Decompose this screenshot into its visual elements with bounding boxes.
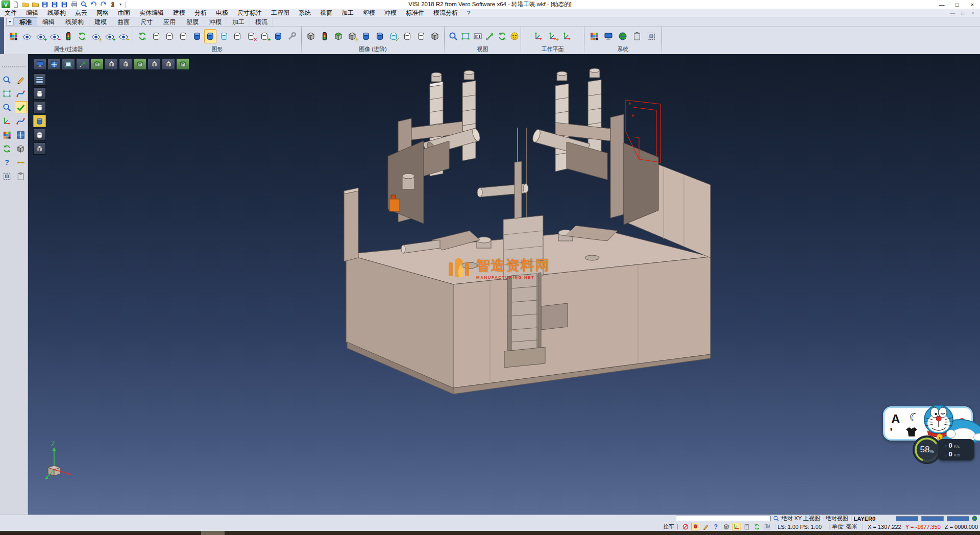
menu-machining[interactable]: 加工 [337,9,358,17]
tab-machining[interactable]: 加工 [227,18,250,26]
active-layer-label[interactable]: LAYER0 [854,516,875,522]
display-mode-icon[interactable] [33,58,46,70]
image-validate-icon[interactable]: ✓ [387,29,400,43]
redo-icon[interactable] [99,1,107,8]
system-colors-icon[interactable] [587,29,601,43]
menu-mesh[interactable]: 网格 [92,9,113,17]
style-hidden-icon[interactable] [33,101,46,113]
plane-view-icon[interactable] [62,58,75,70]
no-entry-status-icon[interactable] [681,523,690,530]
open-file-icon[interactable] [21,1,30,8]
ucs-axes-icon[interactable] [1,115,13,127]
image-hatch-icon[interactable] [414,29,427,43]
zoom-extents-icon[interactable] [460,29,471,43]
menu-flow-analysis[interactable]: 模流分析 [429,9,462,17]
globe-status-icon[interactable] [971,515,978,522]
regen-graphics-icon[interactable] [136,29,149,43]
snap-point-icon[interactable] [722,523,731,530]
regen-icon[interactable] [1,142,13,155]
image-cube-tools-icon[interactable] [305,29,317,43]
spline-edit-icon[interactable] [15,115,27,127]
hide-remove-icon[interactable]: − [48,29,61,43]
layer-color-bar-2[interactable] [921,516,944,521]
tab-flow[interactable]: 模流 [250,18,273,26]
image-solid-icon[interactable] [428,29,441,43]
ime-mode-letter[interactable]: A [891,412,900,426]
style-hatched-icon[interactable] [33,142,46,155]
menu-mould[interactable]: 塑模 [358,9,380,17]
rotate-view-icon[interactable] [497,29,508,43]
side-view-icon[interactable] [119,58,132,70]
units-label[interactable]: 单位: 毫米 [832,523,857,530]
menu-analysis[interactable]: 分析 [190,9,211,17]
bottom-view-icon[interactable] [162,58,175,70]
command-search-input[interactable] [676,516,771,521]
snap-lock-label[interactable]: 拴牢 [664,523,675,530]
shaded-style-icon[interactable] [190,29,203,43]
network-speed-widget[interactable]: ↑ 0 K/s ↓ 0 K/s [938,439,974,460]
scale-label[interactable]: LS: 1.00 PS: 1.00 [778,524,822,530]
workplane-create-icon[interactable] [532,29,545,43]
image-refresh-icon[interactable] [332,29,345,43]
validate-check-icon[interactable] [15,101,27,113]
wireframe-style-icon[interactable] [150,29,163,43]
print-preview-icon[interactable] [80,1,88,8]
restore-button[interactable]: □ [949,0,965,9]
dynamic-view-icon[interactable] [176,58,189,70]
menu-dimension[interactable]: 尺寸标注 [233,9,266,17]
open-project-icon[interactable] [31,1,39,8]
refresh-visibility-icon[interactable] [76,29,88,43]
grid-window-icon[interactable] [763,523,772,530]
menu-surface[interactable]: 曲面 [113,9,135,17]
menu-wireframe[interactable]: 线架构 [43,9,70,17]
workplane-align-icon[interactable] [560,29,574,43]
top-view-icon[interactable] [90,58,104,70]
select-frame-icon[interactable] [1,87,13,100]
update-graphics-icon[interactable] [272,29,285,43]
tab-modeling[interactable]: 建模 [89,18,112,26]
layer-stack-icon[interactable] [742,523,751,530]
view-face-icon[interactable] [509,29,520,43]
materials-icon[interactable] [1,129,13,141]
menu-system[interactable]: 系统 [294,9,315,17]
edit-tools-icon[interactable] [15,74,27,86]
stamp-icon[interactable] [109,1,117,8]
clipboard-icon[interactable] [15,170,27,182]
toolbox-drag-handle[interactable] [2,66,26,69]
menu-standard-parts[interactable]: 标准件 [401,9,429,17]
zoom-one-to-one-icon[interactable] [472,29,483,43]
style-wireframe-icon[interactable] [33,87,46,100]
show-add-icon[interactable]: + [35,29,47,43]
transparent-style-icon[interactable] [217,29,230,43]
taskbar-active-app[interactable] [201,531,225,535]
close-button[interactable]: × [965,0,980,9]
solid-cube-icon[interactable] [15,142,27,155]
style-shaded-icon-active[interactable] [33,115,46,127]
system-settings-icon[interactable] [616,29,629,43]
filter-traffic-icon[interactable] [62,29,75,43]
dimension-icon[interactable] [15,156,27,168]
show-all-icon[interactable]: + [103,29,116,43]
image-shaded2-icon[interactable] [374,29,386,43]
menu-modeling[interactable]: 建模 [168,9,190,17]
taskbar-sliver[interactable] [0,531,980,535]
menu-help[interactable]: ? [462,9,475,17]
image-flag-icon[interactable] [401,29,413,43]
mdi-close-button[interactable]: × [968,10,978,17]
menu-edit[interactable]: 编辑 [21,9,43,17]
refresh-status-icon[interactable] [752,523,762,530]
tab-dimension[interactable]: 尺寸 [135,18,158,26]
copy-graphics-icon[interactable]: + [258,29,271,43]
hide-all-icon[interactable]: − [117,29,130,43]
toggle-visibility-icon[interactable]: ± [89,29,102,43]
split-view-icon[interactable] [47,58,61,70]
image-shaded-icon[interactable] [360,29,373,43]
tab-die[interactable]: 冲模 [204,18,227,26]
zoom-dynamic-icon[interactable] [1,101,13,113]
qat-dropdown-icon[interactable]: ▾ [118,2,122,7]
mdi-minimize-button[interactable]: — [947,10,958,17]
tab-application[interactable]: 应用 [158,18,181,26]
tab-mould[interactable]: 塑膜 [181,18,204,26]
query-status-icon[interactable]: ? [712,523,721,530]
front-view-icon[interactable] [105,58,118,70]
